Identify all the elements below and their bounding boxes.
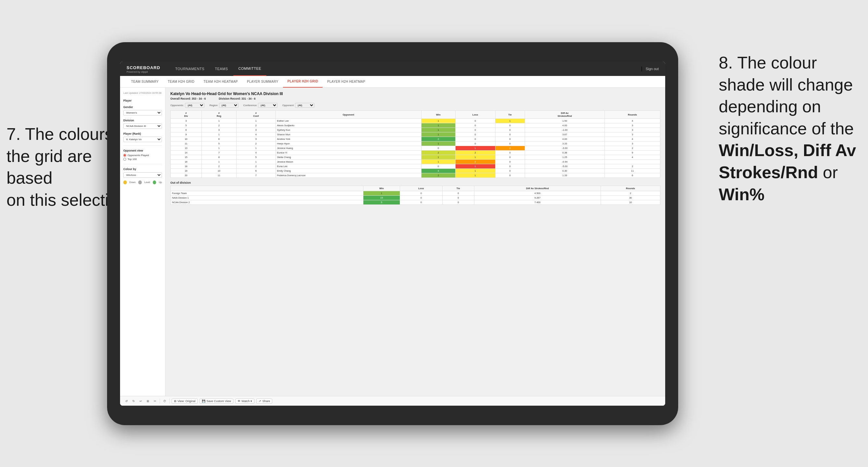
colour-by-label: Colour by (123, 167, 162, 171)
table-row: 1585Stella Cheng1101.254 (171, 155, 660, 160)
table-cell: 2 (236, 142, 276, 146)
view-original-label: View: Original (178, 400, 195, 403)
toolbar-divider-2 (169, 399, 170, 404)
th-win: Win (421, 111, 455, 119)
nav-tournaments[interactable]: TOURNAMENTS (170, 62, 210, 76)
table-cell: 1 (421, 119, 455, 123)
table-cell: Jessica Huang (276, 146, 421, 151)
table-cell: 18 (171, 164, 202, 169)
table-row: 1822Euna Lee010-5.002 (171, 164, 660, 169)
radio-opponents-played[interactable]: Opponents Played (123, 154, 162, 157)
toolbar-undo[interactable]: ↺ (124, 399, 129, 403)
ood-label-cell: NCAA Division 2 (171, 200, 364, 205)
subnav-player-summary[interactable]: PLAYER SUMMARY (242, 76, 283, 88)
table-cell: 19 (171, 169, 202, 173)
th-rounds: Rounds (604, 111, 660, 119)
save-custom-label: Save Custom View (206, 400, 231, 403)
annotation-right: 8. The colour shade will change dependin… (719, 52, 862, 206)
table-cell: 0 (455, 132, 495, 137)
ood-win-cell: 5 (364, 200, 400, 205)
table-cell: 1 (421, 123, 455, 128)
table-cell: 14 (171, 151, 202, 155)
toolbar-back[interactable]: ↩ (138, 399, 144, 403)
grid-area: Katelyn Vo Head-to-Head Grid for Women's… (165, 88, 665, 396)
legend-dot-down (123, 181, 127, 184)
table-cell: 9 (604, 151, 660, 155)
radio-top100-input[interactable] (123, 158, 126, 161)
grid-title: Katelyn Vo Head-to-Head Grid for Women's… (170, 92, 660, 96)
toolbar-redo[interactable]: ↻ (131, 399, 136, 403)
table-cell: 10 (171, 137, 202, 142)
toolbar-watch[interactable]: 👁 Watch ▾ (235, 399, 254, 404)
table-cell: 1 (455, 173, 495, 178)
toolbar-copy[interactable]: ⊞ (145, 399, 151, 403)
top-nav: SCOREBOARD Powered by clippd TOURNAMENTS… (120, 62, 665, 76)
table-cell: 4 (236, 132, 276, 137)
sign-out-link[interactable]: Sign out (646, 67, 659, 71)
table-cell: 11 (604, 169, 660, 173)
table-cell: 3 (604, 132, 660, 137)
table-cell: 3.67 (525, 132, 604, 137)
filter-conference-select[interactable]: (All) (258, 103, 277, 108)
toolbar-divider-1 (160, 399, 160, 404)
nav-committee[interactable]: COMMITTEE (233, 62, 267, 76)
table-cell: 4 (604, 155, 660, 160)
table-row: 1311Jessica Huang012-3.002 (171, 146, 660, 151)
table-cell: Stella Cheng (276, 155, 421, 160)
toolbar-time[interactable]: ⏱ (162, 399, 167, 403)
logo-text: SCOREBOARD (127, 65, 160, 70)
table-cell: 3 (171, 119, 202, 123)
division-record: Division Record: 331 - 34 - 6 (219, 97, 255, 100)
filter-opponents-select[interactable]: (All) (185, 103, 205, 108)
subnav-team-summary[interactable]: TEAM SUMMARY (127, 76, 163, 88)
radio-opponents-played-input[interactable] (123, 154, 126, 157)
table-cell: 7 (202, 151, 236, 155)
subnav-player-h2h-grid[interactable]: PLAYER H2H GRID (283, 76, 323, 88)
th-div: #Div (171, 111, 202, 119)
nav-teams[interactable]: TEAMS (210, 62, 233, 76)
sidebar-gender-select[interactable]: Women's (123, 110, 162, 116)
toolbar-cut[interactable]: ✂ (153, 399, 158, 403)
table-cell: 0 (495, 123, 525, 128)
toolbar-save-custom[interactable]: 💾 Save Custom View (199, 399, 233, 404)
table-cell: 13 (171, 146, 202, 151)
table-cell: 1 (421, 160, 455, 164)
radio-top100[interactable]: Top 100 (123, 158, 162, 161)
table-cell: 1 (455, 169, 495, 173)
share-icon: ↗ (259, 400, 261, 403)
main-data-table: #Div #Reg #Conf Opponent Win Loss Tie Di… (170, 110, 660, 178)
sidebar-opponent-view-section: Opponent view Opponents Played Top 100 (123, 149, 162, 161)
filter-region-select[interactable]: (All) (219, 103, 239, 108)
toolbar-view-original[interactable]: ⊞ View: Original (172, 399, 197, 404)
th-conf: #Conf (236, 111, 276, 119)
subnav-player-h2h-heatmap[interactable]: PLAYER H2H HEATMAP (322, 76, 370, 88)
th-ood-label (171, 186, 364, 191)
sidebar-timestamp: Last Updated: 27/03/2024 16:55:38 (123, 92, 162, 95)
watch-icon: 👁 (238, 400, 241, 403)
table-cell: 0 (421, 164, 455, 169)
filter-region-label: Region (209, 104, 217, 107)
table-cell: 1 (421, 142, 455, 146)
ood-tie-cell: 0 (442, 200, 474, 205)
table-row: 1611Jessica Mason120-0.94 (171, 160, 660, 164)
table-cell: 0 (455, 142, 495, 146)
table-cell: 0 (495, 173, 525, 178)
filter-opponent-select[interactable]: (All) (295, 103, 314, 108)
main-content: Last Updated: 27/03/2024 16:55:38 Player… (120, 88, 665, 396)
table-cell: 2 (202, 123, 236, 128)
table-cell: 3 (236, 137, 276, 142)
sidebar-playerrank-label: Player (Rank) (123, 132, 162, 135)
table-cell: 1 (202, 119, 236, 123)
toolbar-share[interactable]: ↗ Share (256, 399, 272, 404)
sidebar-playerrank-select[interactable]: 8. Katelyn Vo (123, 136, 162, 142)
table-cell: Alexis Sudjianto (276, 123, 421, 128)
th-ood-rounds: Rounds (601, 186, 660, 191)
subnav-team-h2h-heatmap[interactable]: TEAM H2H HEATMAP (199, 76, 242, 88)
colour-by-select[interactable]: Win/loss (123, 172, 162, 178)
table-cell: 3 (604, 142, 660, 146)
ood-rounds-cell: 30 (601, 196, 660, 200)
table-cell: 20 (171, 173, 202, 178)
sidebar-division-select[interactable]: NCAA Division III (123, 123, 162, 129)
filter-opponent-group: Opponent (All) (282, 103, 314, 108)
subnav-team-h2h-grid[interactable]: TEAM H2H GRID (163, 76, 199, 88)
